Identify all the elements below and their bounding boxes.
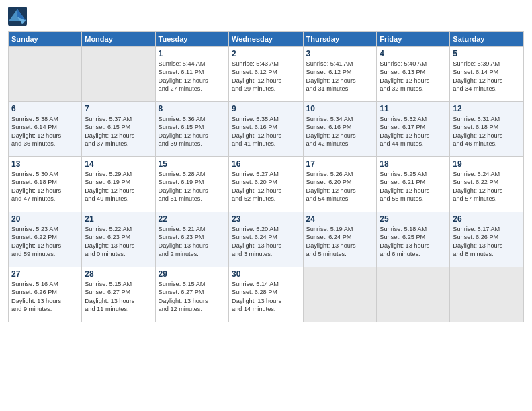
day-info: Sunrise: 5:40 AM Sunset: 6:13 PM Dayligh…	[380, 60, 447, 93]
calendar-cell: 17Sunrise: 5:26 AM Sunset: 6:20 PM Dayli…	[303, 157, 377, 212]
day-number: 19	[453, 159, 521, 169]
day-number: 13	[11, 159, 79, 169]
day-header-wednesday: Wednesday	[229, 32, 303, 47]
day-number: 24	[306, 214, 374, 224]
day-info: Sunrise: 5:43 AM Sunset: 6:12 PM Dayligh…	[232, 60, 300, 93]
day-info: Sunrise: 5:39 AM Sunset: 6:14 PM Dayligh…	[453, 60, 521, 93]
day-header-tuesday: Tuesday	[155, 32, 228, 47]
day-info: Sunrise: 5:44 AM Sunset: 6:11 PM Dayligh…	[159, 60, 226, 93]
day-info: Sunrise: 5:15 AM Sunset: 6:27 PM Dayligh…	[159, 280, 226, 314]
page-container: SundayMondayTuesdayWednesdayThursdayFrid…	[0, 0, 532, 329]
day-number: 18	[380, 159, 447, 169]
calendar-cell	[9, 47, 82, 102]
day-number: 3	[306, 49, 374, 58]
day-number: 10	[306, 104, 374, 113]
day-info: Sunrise: 5:14 AM Sunset: 6:28 PM Dayligh…	[232, 280, 300, 314]
day-number: 17	[306, 159, 374, 169]
calendar-cell: 15Sunrise: 5:28 AM Sunset: 6:19 PM Dayli…	[155, 157, 228, 212]
day-number: 7	[85, 104, 152, 113]
calendar-cell: 26Sunrise: 5:17 AM Sunset: 6:26 PM Dayli…	[450, 212, 524, 267]
day-info: Sunrise: 5:38 AM Sunset: 6:14 PM Dayligh…	[11, 115, 79, 148]
day-number: 29	[159, 269, 226, 279]
day-number: 6	[11, 104, 79, 113]
calendar-cell	[377, 267, 450, 322]
calendar-cell: 11Sunrise: 5:32 AM Sunset: 6:17 PM Dayli…	[377, 102, 450, 157]
day-info: Sunrise: 5:23 AM Sunset: 6:22 PM Dayligh…	[11, 225, 79, 259]
calendar-cell: 2Sunrise: 5:43 AM Sunset: 6:12 PM Daylig…	[229, 47, 303, 102]
calendar-table: SundayMondayTuesdayWednesdayThursdayFrid…	[8, 31, 524, 322]
logo-icon	[8, 7, 27, 26]
calendar-cell	[450, 267, 524, 322]
calendar-cell: 10Sunrise: 5:34 AM Sunset: 6:16 PM Dayli…	[303, 102, 377, 157]
day-info: Sunrise: 5:36 AM Sunset: 6:15 PM Dayligh…	[159, 115, 226, 148]
calendar-cell: 9Sunrise: 5:35 AM Sunset: 6:16 PM Daylig…	[229, 102, 303, 157]
day-info: Sunrise: 5:16 AM Sunset: 6:26 PM Dayligh…	[11, 280, 79, 314]
day-info: Sunrise: 5:15 AM Sunset: 6:27 PM Dayligh…	[85, 280, 152, 314]
day-info: Sunrise: 5:31 AM Sunset: 6:18 PM Dayligh…	[453, 115, 521, 148]
calendar-cell: 19Sunrise: 5:24 AM Sunset: 6:22 PM Dayli…	[450, 157, 524, 212]
day-number: 30	[232, 269, 300, 279]
week-row-4: 20Sunrise: 5:23 AM Sunset: 6:22 PM Dayli…	[9, 212, 524, 267]
calendar-cell: 29Sunrise: 5:15 AM Sunset: 6:27 PM Dayli…	[155, 267, 228, 322]
day-number: 21	[85, 214, 152, 224]
day-info: Sunrise: 5:26 AM Sunset: 6:20 PM Dayligh…	[306, 170, 374, 203]
calendar-cell: 18Sunrise: 5:25 AM Sunset: 6:21 PM Dayli…	[377, 157, 450, 212]
calendar-cell: 12Sunrise: 5:31 AM Sunset: 6:18 PM Dayli…	[450, 102, 524, 157]
day-header-saturday: Saturday	[450, 32, 524, 47]
calendar-cell: 25Sunrise: 5:18 AM Sunset: 6:25 PM Dayli…	[377, 212, 450, 267]
day-number: 16	[232, 159, 300, 169]
calendar-cell: 27Sunrise: 5:16 AM Sunset: 6:26 PM Dayli…	[9, 267, 82, 322]
day-number: 9	[232, 104, 300, 113]
day-info: Sunrise: 5:34 AM Sunset: 6:16 PM Dayligh…	[306, 115, 374, 148]
day-number: 26	[453, 214, 521, 224]
day-info: Sunrise: 5:37 AM Sunset: 6:15 PM Dayligh…	[85, 115, 152, 148]
day-number: 4	[380, 49, 447, 58]
day-number: 14	[85, 159, 152, 169]
logo	[8, 7, 28, 26]
week-row-1: 1Sunrise: 5:44 AM Sunset: 6:11 PM Daylig…	[9, 47, 524, 102]
calendar-cell: 6Sunrise: 5:38 AM Sunset: 6:14 PM Daylig…	[9, 102, 82, 157]
day-info: Sunrise: 5:18 AM Sunset: 6:25 PM Dayligh…	[380, 225, 447, 259]
calendar-cell: 16Sunrise: 5:27 AM Sunset: 6:20 PM Dayli…	[229, 157, 303, 212]
day-info: Sunrise: 5:24 AM Sunset: 6:22 PM Dayligh…	[453, 170, 521, 203]
day-number: 23	[232, 214, 300, 224]
calendar-cell: 23Sunrise: 5:20 AM Sunset: 6:24 PM Dayli…	[229, 212, 303, 267]
day-header-monday: Monday	[82, 32, 155, 47]
day-number: 22	[159, 214, 226, 224]
day-info: Sunrise: 5:29 AM Sunset: 6:19 PM Dayligh…	[85, 170, 152, 203]
day-number: 12	[453, 104, 521, 113]
day-number: 20	[11, 214, 79, 224]
calendar-cell: 1Sunrise: 5:44 AM Sunset: 6:11 PM Daylig…	[155, 47, 228, 102]
day-number: 5	[453, 49, 521, 58]
day-info: Sunrise: 5:21 AM Sunset: 6:23 PM Dayligh…	[159, 225, 226, 259]
day-info: Sunrise: 5:20 AM Sunset: 6:24 PM Dayligh…	[232, 225, 300, 259]
calendar-cell: 7Sunrise: 5:37 AM Sunset: 6:15 PM Daylig…	[82, 102, 155, 157]
day-info: Sunrise: 5:22 AM Sunset: 6:23 PM Dayligh…	[85, 225, 152, 259]
day-number: 1	[159, 49, 226, 58]
calendar-cell: 30Sunrise: 5:14 AM Sunset: 6:28 PM Dayli…	[229, 267, 303, 322]
week-row-2: 6Sunrise: 5:38 AM Sunset: 6:14 PM Daylig…	[9, 102, 524, 157]
calendar-cell: 3Sunrise: 5:41 AM Sunset: 6:12 PM Daylig…	[303, 47, 377, 102]
calendar-cell	[82, 47, 155, 102]
calendar-cell: 5Sunrise: 5:39 AM Sunset: 6:14 PM Daylig…	[450, 47, 524, 102]
day-number: 2	[232, 49, 300, 58]
calendar-cell: 22Sunrise: 5:21 AM Sunset: 6:23 PM Dayli…	[155, 212, 228, 267]
day-info: Sunrise: 5:25 AM Sunset: 6:21 PM Dayligh…	[380, 170, 447, 203]
calendar-cell: 24Sunrise: 5:19 AM Sunset: 6:24 PM Dayli…	[303, 212, 377, 267]
day-info: Sunrise: 5:28 AM Sunset: 6:19 PM Dayligh…	[159, 170, 226, 203]
calendar-cell	[303, 267, 377, 322]
calendar-cell: 14Sunrise: 5:29 AM Sunset: 6:19 PM Dayli…	[82, 157, 155, 212]
day-header-thursday: Thursday	[303, 32, 377, 47]
day-number: 11	[380, 104, 447, 113]
calendar-cell: 4Sunrise: 5:40 AM Sunset: 6:13 PM Daylig…	[377, 47, 450, 102]
day-info: Sunrise: 5:30 AM Sunset: 6:18 PM Dayligh…	[11, 170, 79, 203]
day-number: 25	[380, 214, 447, 224]
day-number: 15	[159, 159, 226, 169]
day-header-friday: Friday	[377, 32, 450, 47]
header	[8, 7, 524, 26]
day-info: Sunrise: 5:32 AM Sunset: 6:17 PM Dayligh…	[380, 115, 447, 148]
day-info: Sunrise: 5:27 AM Sunset: 6:20 PM Dayligh…	[232, 170, 300, 203]
calendar-cell: 13Sunrise: 5:30 AM Sunset: 6:18 PM Dayli…	[9, 157, 82, 212]
week-row-3: 13Sunrise: 5:30 AM Sunset: 6:18 PM Dayli…	[9, 157, 524, 212]
day-number: 27	[11, 269, 79, 279]
